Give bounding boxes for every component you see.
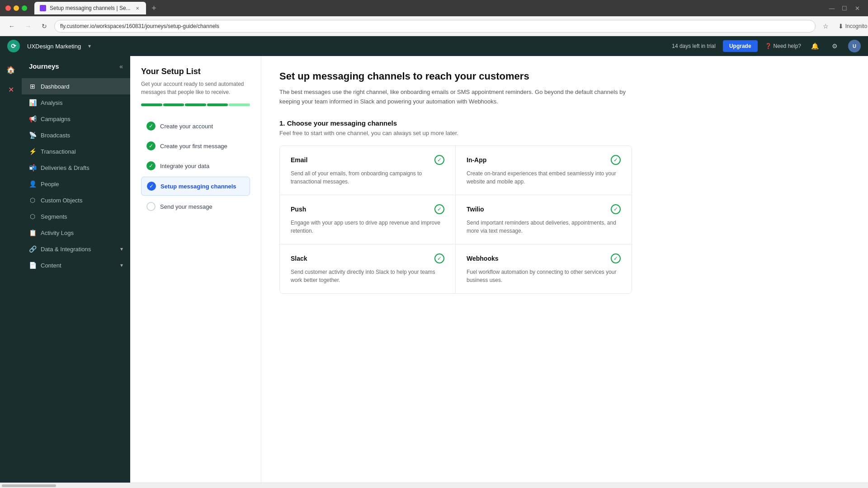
content-arrow: ▾ xyxy=(120,262,123,268)
step-check-create-account: ✓ xyxy=(146,122,156,131)
channel-card-push[interactable]: Push ✓ Engage with your app users to dri… xyxy=(280,195,456,244)
notifications-btn[interactable]: 🔔 xyxy=(808,40,821,52)
content-icon: 📄 xyxy=(29,262,36,269)
upgrade-btn[interactable]: Upgrade xyxy=(723,40,758,52)
channel-name-slack: Slack xyxy=(291,255,307,262)
sidebar-item-transactional[interactable]: ⚡ Transactional xyxy=(22,143,130,160)
channel-desc-slack: Send customer activity directly into Sla… xyxy=(291,268,444,284)
main-content: Set up messaging channels to reach your … xyxy=(261,56,868,483)
channel-check-email[interactable]: ✓ xyxy=(434,155,444,165)
tab-title: Setup messaging channels | Se... xyxy=(50,5,131,11)
icon-sidebar-home[interactable]: 🏠 xyxy=(3,61,19,78)
channel-card-slack[interactable]: Slack ✓ Send customer activity directly … xyxy=(280,244,456,293)
channel-name-webhooks: Webhooks xyxy=(467,255,499,262)
address-bar[interactable] xyxy=(54,20,816,33)
channel-desc-twilio: Send important reminders about deliverie… xyxy=(467,219,621,235)
step-check-setup-channels: ✓ xyxy=(147,182,156,191)
channel-desc-push: Engage with your app users to drive app … xyxy=(291,219,444,235)
channel-card-twilio[interactable]: Twilio ✓ Send important reminders about … xyxy=(456,195,632,244)
transactional-icon: ⚡ xyxy=(29,148,36,155)
minimize-window-btn[interactable] xyxy=(14,5,19,11)
channel-check-webhooks[interactable]: ✓ xyxy=(611,253,621,263)
campaigns-icon: 📢 xyxy=(29,115,36,122)
progress-bar xyxy=(141,103,250,106)
browser-tab[interactable]: Setup messaging channels | Se... ✕ xyxy=(34,2,146,14)
sidebar-item-data-integrations[interactable]: 🔗 Data & Integrations ▾ xyxy=(22,241,130,257)
maximize-window-btn[interactable] xyxy=(22,5,27,11)
people-icon: 👤 xyxy=(29,180,36,188)
step-create-account[interactable]: ✓ Create your account xyxy=(141,117,250,135)
channel-name-twilio: Twilio xyxy=(467,206,484,213)
sidebar-item-activity-logs[interactable]: 📋 Activity Logs xyxy=(22,225,130,241)
channel-card-email[interactable]: Email ✓ Send all of your emails, from on… xyxy=(280,146,456,195)
channel-card-in-app[interactable]: In-App ✓ Create on-brand experiences tha… xyxy=(456,146,632,195)
sidebar-item-deliveries[interactable]: 📬 Deliveries & Drafts xyxy=(22,160,130,176)
progress-seg-2 xyxy=(163,103,184,106)
step-integrate-data[interactable]: ✓ Integrate your data xyxy=(141,157,250,175)
new-tab-btn[interactable]: + xyxy=(148,2,160,14)
sidebar-collapse-btn[interactable]: « xyxy=(119,63,123,70)
navigation-bar: ← → ↻ ☆ ⬇ Incognito xyxy=(0,16,868,36)
scrollbar-thumb[interactable] xyxy=(2,484,56,487)
main-desc: The best messages use the right channel,… xyxy=(279,88,632,107)
channel-name-push: Push xyxy=(291,206,306,213)
step-check-send-message xyxy=(146,202,156,211)
channel-check-slack[interactable]: ✓ xyxy=(434,253,444,263)
segments-icon: ⬡ xyxy=(29,213,36,220)
horizontal-scrollbar[interactable] xyxy=(0,483,868,488)
minimize-btn[interactable]: — xyxy=(826,3,837,14)
content-area: Your Setup List Get your account ready t… xyxy=(130,56,868,483)
sidebar-item-campaigns[interactable]: 📢 Campaigns xyxy=(22,111,130,127)
sidebar-item-content[interactable]: 📄 Content ▾ xyxy=(22,257,130,273)
sidebar-item-segments[interactable]: ⬡ Segments xyxy=(22,208,130,225)
bookmark-btn[interactable]: ☆ xyxy=(819,20,832,33)
close-window-btn[interactable] xyxy=(5,5,11,11)
incognito-btn[interactable]: Incognito xyxy=(850,20,863,33)
sidebar-item-label: Dashboard xyxy=(41,83,70,90)
refresh-btn[interactable]: ↻ xyxy=(38,20,51,33)
sidebar-item-custom-objects[interactable]: ⬡ Custom Objects xyxy=(22,192,130,208)
sidebar-item-broadcasts[interactable]: 📡 Broadcasts xyxy=(22,127,130,143)
sidebar-title: Journeys xyxy=(29,62,59,70)
icon-sidebar-close[interactable]: ✕ xyxy=(3,81,19,98)
restore-btn[interactable]: ☐ xyxy=(839,3,850,14)
sidebar-item-people[interactable]: 👤 People xyxy=(22,176,130,192)
sidebar-nav: ⊞ Dashboard 📊 Analysis 📢 Campaigns 📡 Bro… xyxy=(22,78,130,273)
step-create-message[interactable]: ✓ Create your first message xyxy=(141,137,250,155)
tab-close-btn[interactable]: ✕ xyxy=(134,5,141,11)
sidebar-item-analysis[interactable]: 📊 Analysis xyxy=(22,94,130,111)
channel-desc-email: Send all of your emails, from onboarding… xyxy=(291,169,444,186)
data-integrations-icon: 🔗 xyxy=(29,245,36,253)
close-btn[interactable]: ✕ xyxy=(852,3,863,14)
setup-steps: ✓ Create your account ✓ Create your firs… xyxy=(141,117,250,216)
back-btn[interactable]: ← xyxy=(5,20,18,33)
workspace-chevron[interactable]: ▾ xyxy=(88,43,91,49)
section-heading: 1. Choose your messaging channels xyxy=(279,119,850,127)
analysis-icon: 📊 xyxy=(29,99,36,106)
progress-seg-5 xyxy=(229,103,250,106)
dashboard-icon: ⊞ xyxy=(29,83,36,90)
workspace-name: UXDesign Marketing xyxy=(27,43,81,50)
channel-card-webhooks[interactable]: Webhooks ✓ Fuel workflow automation by c… xyxy=(456,244,632,293)
user-avatar[interactable]: U xyxy=(848,40,861,52)
channel-desc-in-app: Create on-brand experiences that embed s… xyxy=(467,169,621,186)
step-send-message[interactable]: Send your message xyxy=(141,197,250,216)
need-help-btn[interactable]: ❓ Need help? xyxy=(765,43,801,49)
channel-check-in-app[interactable]: ✓ xyxy=(611,155,621,165)
progress-seg-4 xyxy=(207,103,228,106)
channel-check-twilio[interactable]: ✓ xyxy=(611,204,621,214)
sidebar-item-dashboard[interactable]: ⊞ Dashboard xyxy=(22,78,130,94)
step-check-integrate-data: ✓ xyxy=(146,161,156,170)
trial-text: 14 days left in trial xyxy=(672,43,716,49)
settings-btn[interactable]: ⚙ xyxy=(828,40,841,52)
channel-name-in-app: In-App xyxy=(467,156,486,164)
setup-panel-title: Your Setup List xyxy=(141,67,250,76)
forward-btn[interactable]: → xyxy=(22,20,34,33)
channel-name-email: Email xyxy=(291,156,307,164)
step-setup-channels[interactable]: ✓ Setup messaging channels xyxy=(141,177,250,196)
channel-check-push[interactable]: ✓ xyxy=(434,204,444,214)
question-icon: ❓ xyxy=(765,43,772,49)
activity-logs-icon: 📋 xyxy=(29,229,36,236)
broadcasts-icon: 📡 xyxy=(29,131,36,139)
step-check-create-message: ✓ xyxy=(146,141,156,150)
